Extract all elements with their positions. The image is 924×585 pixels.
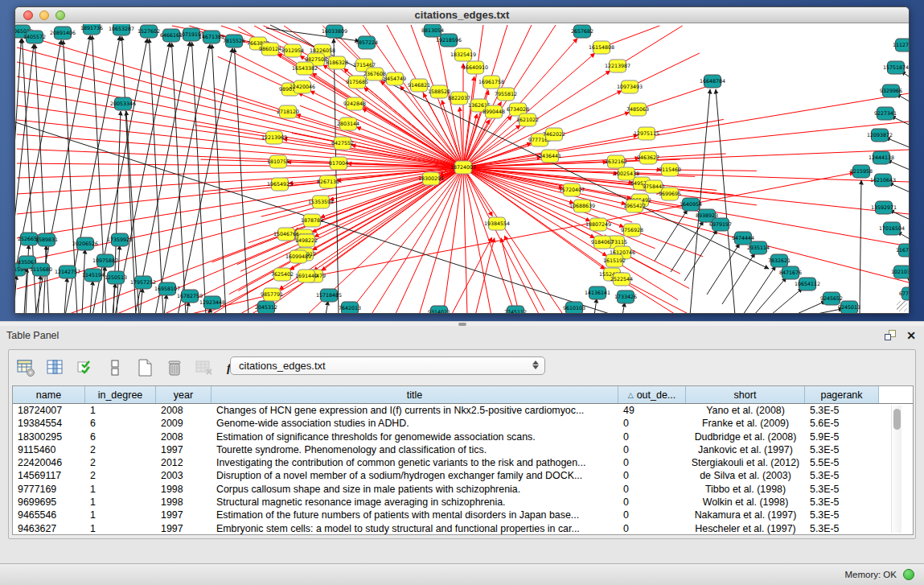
graph-node[interactable]: 9242848: [343, 97, 366, 110]
graph-node[interactable]: 8471676: [779, 266, 802, 279]
graph-node[interactable]: 20891406: [50, 27, 76, 39]
graph-node[interactable]: 9184067: [591, 236, 614, 249]
graph-node[interactable]: 7815526: [223, 35, 245, 47]
graph-node[interactable]: 2657682: [571, 25, 593, 38]
graph-node[interactable]: 1021036: [891, 266, 910, 278]
graph-node[interactable]: 9227341: [874, 107, 897, 120]
graph-node[interactable]: 10653287: [109, 24, 134, 35]
graph-node[interactable]: 7642013: [339, 302, 361, 314]
graph-node[interactable]: 16961758: [478, 76, 504, 89]
graph-node[interactable]: 12923448: [199, 296, 225, 309]
graph-node[interactable]: 1527602: [138, 25, 160, 38]
graph-node[interactable]: 2803144: [337, 117, 359, 130]
graph-node[interactable]: 6979197: [709, 218, 732, 231]
graph-node[interactable]: 7625402: [271, 268, 294, 281]
table-scrollbar[interactable]: [891, 406, 901, 533]
graph-node[interactable]: 7462022: [543, 128, 565, 141]
graph-node[interactable]: 2935114: [747, 241, 770, 254]
graph-node[interactable]: 2436441: [539, 150, 561, 163]
graph-node[interactable]: 9245013: [838, 301, 860, 314]
table-selector-dropdown[interactable]: citations_edges.txt: [230, 356, 545, 375]
graph-node[interactable]: 20206526: [72, 237, 98, 250]
graph-node[interactable]: 9860124: [259, 43, 281, 56]
graph-node[interactable]: 9756928: [621, 224, 643, 237]
graph-node[interactable]: 17016504: [879, 222, 905, 235]
graph-node[interactable]: 1891736: [80, 24, 103, 35]
graph-node[interactable]: 9314021: [428, 306, 450, 314]
graph-node[interactable]: 9610103: [563, 302, 585, 314]
graph-node[interactable]: 1589831: [35, 233, 58, 246]
graph-node[interactable]: 2718120: [277, 105, 299, 118]
graph-node[interactable]: 8427552: [331, 137, 354, 150]
graph-node[interactable]: 1498222: [295, 234, 318, 247]
table-row[interactable]: 946554611997Estimation of the future num…: [13, 509, 913, 521]
graph-node[interactable]: 8912954: [281, 44, 304, 57]
graph-node[interactable]: 9175685: [346, 76, 368, 89]
graph-node[interactable]: 14136141: [585, 286, 610, 299]
graph-node[interactable]: 8990448: [483, 105, 505, 118]
graph-node[interactable]: 1588520: [428, 85, 450, 98]
graph-node[interactable]: 16033809: [322, 25, 347, 38]
network-canvas-wrap[interactable]: 2065013140557220891406189173610653287152…: [15, 24, 909, 313]
window-titlebar[interactable]: citations_edges.txt: [15, 7, 909, 23]
graph-node[interactable]: 1632162: [605, 155, 627, 168]
graph-node[interactable]: 12093872: [867, 129, 893, 142]
new-column-icon[interactable]: [134, 357, 155, 378]
graph-node[interactable]: 8215958: [850, 165, 873, 178]
graph-node[interactable]: 1145194: [82, 269, 105, 282]
float-panel-icon[interactable]: [884, 329, 897, 342]
graph-node[interactable]: 16210643: [870, 174, 896, 187]
column-header-short[interactable]: short: [686, 386, 805, 403]
close-panel-icon[interactable]: ✕: [906, 329, 916, 342]
graph-node[interactable]: 9857791: [261, 288, 283, 301]
graph-node[interactable]: 16640910: [462, 61, 488, 74]
table-row[interactable]: 946362711997Embryonic stem cells: a mode…: [13, 522, 913, 535]
graph-node[interactable]: 1405572: [23, 31, 46, 43]
graph-node[interactable]: 1640954: [680, 198, 702, 211]
column-header-year[interactable]: year: [156, 386, 211, 403]
graph-node[interactable]: 15353594: [308, 196, 334, 208]
graph-node[interactable]: 8454749: [384, 72, 406, 85]
graph-node[interactable]: 7955812: [495, 88, 517, 101]
window-resize-grip[interactable]: [897, 301, 907, 311]
graph-node[interactable]: 10654112: [795, 278, 820, 290]
graph-node[interactable]: 17359928: [107, 233, 133, 246]
graph-node[interactable]: 9245652: [820, 292, 843, 305]
graph-node[interactable]: 1250513: [105, 271, 127, 284]
graph-node[interactable]: 12142757: [55, 266, 80, 278]
table-row[interactable]: 1872400712008Changes of HCN gene express…: [13, 404, 913, 417]
graph-node[interactable]: 18325419: [450, 48, 476, 61]
row-height-icon[interactable]: [105, 357, 125, 378]
graph-node[interactable]: 7857224: [355, 36, 378, 49]
graph-node[interactable]: 1615192: [603, 254, 626, 267]
graph-node[interactable]: 1112753: [893, 39, 910, 51]
graph-node[interactable]: 1733426: [614, 290, 637, 303]
delete-columns-icon[interactable]: [164, 357, 185, 378]
graph-node[interactable]: 8267130: [317, 175, 339, 188]
column-header-pagerank[interactable]: pagerank: [805, 386, 879, 403]
graph-node[interactable]: 1167534: [896, 244, 910, 257]
graph-node[interactable]: 15751874: [883, 61, 909, 74]
show-columns-icon[interactable]: [45, 357, 66, 378]
select-rows-icon[interactable]: [75, 357, 96, 378]
scrollbar-thumb[interactable]: [893, 409, 901, 430]
memory-status-icon[interactable]: [903, 569, 914, 580]
graph-node[interactable]: 16154808: [589, 41, 614, 54]
graph-node[interactable]: 9463627: [637, 151, 659, 164]
graph-node[interactable]: 9699695: [659, 187, 681, 200]
graph-node[interactable]: 817004: [329, 157, 348, 170]
column-header-in-degree[interactable]: in_degree: [85, 386, 156, 403]
table-row[interactable]: 1456911722003Disruption of a novel membe…: [13, 469, 913, 482]
column-header-out-de-[interactable]: △out_de...: [618, 386, 686, 403]
graph-node[interactable]: 16648784: [700, 75, 725, 88]
graph-node[interactable]: 1621022: [516, 113, 539, 126]
graph-node[interactable]: 10688639: [569, 200, 595, 212]
graph-node[interactable]: 19384554: [484, 217, 510, 230]
graph-node[interactable]: 7485063: [626, 103, 649, 116]
graph-node[interactable]: 1115680: [30, 263, 52, 276]
graph-node[interactable]: 1810755: [267, 155, 290, 168]
table-mode-icon[interactable]: [15, 357, 36, 378]
table-row[interactable]: 969969511998Structural magnetic resonanc…: [13, 496, 913, 509]
graph-node[interactable]: 1691440: [295, 270, 318, 282]
column-header-name[interactable]: name: [13, 386, 85, 403]
